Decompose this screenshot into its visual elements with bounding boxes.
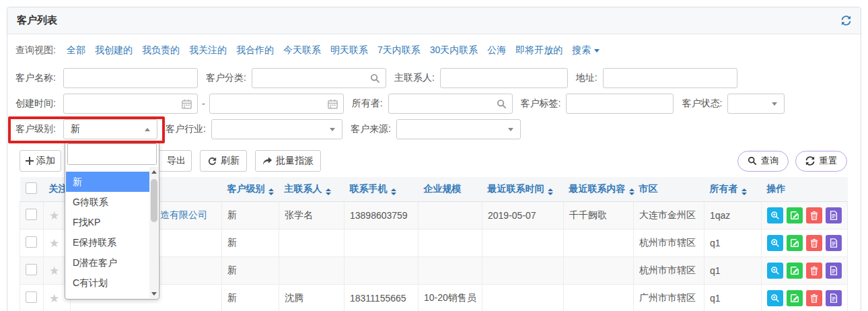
edit-button[interactable] — [787, 207, 803, 223]
row-checkbox[interactable] — [26, 264, 37, 275]
cell-last-content: 千千阙歌 — [564, 202, 634, 230]
delete-button[interactable] — [806, 263, 822, 279]
main-contact-input[interactable] — [440, 68, 568, 88]
view-link-contact-30days[interactable]: 30天内联系 — [430, 44, 478, 57]
view-button[interactable] — [767, 235, 783, 251]
customer-industry-label: 客户行业: — [166, 123, 206, 135]
view-link-public-sea[interactable]: 公海 — [487, 44, 506, 57]
scroll-up-icon[interactable] — [149, 167, 158, 176]
created-start-input[interactable] — [63, 94, 198, 114]
customer-tag-label: 客户标签: — [521, 98, 561, 110]
delete-button[interactable] — [806, 235, 822, 251]
filter-form: 客户名称: 客户分类: 主联系人: 地址: 创建时间: - 所有者: — [7, 63, 861, 141]
document-button[interactable] — [826, 290, 842, 306]
document-button[interactable] — [826, 207, 842, 223]
reset-button[interactable]: 重置 — [795, 151, 847, 172]
filter-row-3: 客户级别: 新 客户行业: 客户来源: — [15, 118, 853, 141]
customer-name-input[interactable] — [63, 68, 198, 88]
view-link-owned-by-me[interactable]: 我负责的 — [142, 44, 180, 57]
dropdown-option[interactable]: D潜在客户 — [66, 252, 149, 273]
dropdown-option[interactable]: C有计划 — [66, 273, 149, 293]
view-link-all[interactable]: 全部 — [67, 44, 85, 57]
customer-tag-input[interactable] — [566, 94, 674, 114]
address-input[interactable] — [603, 68, 737, 88]
view-link-followed-by-me[interactable]: 我关注的 — [189, 44, 227, 57]
row-checkbox[interactable] — [26, 209, 37, 220]
customer-status-label: 客户状态: — [682, 98, 722, 110]
header-owner[interactable]: 所有者 — [704, 177, 762, 202]
scroll-down-icon[interactable] — [149, 289, 158, 298]
dropdown-search-input[interactable] — [67, 143, 157, 165]
created-time-label: 创建时间: — [15, 98, 58, 110]
star-icon[interactable]: ★ — [49, 265, 59, 277]
customer-category-input[interactable] — [252, 68, 386, 88]
view-link-contact-tomorrow[interactable]: 明天联系 — [330, 44, 368, 57]
calendar-icon[interactable] — [182, 99, 192, 109]
view-button[interactable] — [767, 290, 783, 306]
customer-status-select[interactable] — [727, 94, 785, 114]
dropdown-option[interactable]: G待联系 — [66, 192, 149, 212]
star-icon[interactable]: ★ — [49, 292, 59, 305]
star-icon[interactable]: ★ — [49, 237, 59, 250]
main-contact-field[interactable] — [446, 69, 562, 88]
dropdown-option[interactable]: E保持联系 — [66, 232, 149, 252]
header-contact[interactable]: 主联系人 — [279, 177, 345, 202]
dropdown-option[interactable]: 新 — [66, 172, 149, 192]
delete-button[interactable] — [806, 207, 822, 223]
delete-button[interactable] — [806, 290, 822, 306]
header-last-content[interactable]: 最近联系内容 — [564, 177, 634, 202]
edit-button[interactable] — [787, 263, 803, 279]
owner-field[interactable] — [394, 94, 497, 113]
query-button[interactable]: 查询 — [737, 151, 789, 172]
cell-level: 新 — [222, 257, 279, 285]
customer-name-field[interactable] — [69, 69, 192, 88]
star-icon[interactable]: ★ — [49, 209, 59, 222]
header-level[interactable]: 客户级别 — [222, 177, 279, 202]
dropdown-option[interactable]: F找KP — [66, 212, 149, 232]
created-start-field[interactable] — [69, 94, 182, 113]
customer-level-select[interactable]: 新 — [63, 119, 157, 139]
refresh-button[interactable]: 刷新 — [200, 150, 247, 172]
customer-category-field[interactable] — [258, 69, 370, 88]
document-button[interactable] — [826, 263, 842, 279]
edit-icon — [790, 293, 799, 303]
search-icon[interactable] — [370, 73, 380, 83]
cell-phone: 18311155665 — [345, 285, 419, 311]
edit-button[interactable] — [787, 290, 803, 306]
add-button[interactable]: 添加 — [20, 150, 61, 172]
customer-level-label: 客户级别: — [15, 123, 58, 135]
view-link-opening-soon[interactable]: 即将开放的 — [515, 44, 563, 57]
cell-last-content — [564, 257, 634, 285]
cell-district: 杭州市市辖区 — [634, 230, 704, 257]
view-button[interactable] — [767, 207, 783, 223]
view-link-contact-today[interactable]: 今天联系 — [283, 44, 321, 57]
customer-source-select[interactable] — [396, 119, 521, 139]
view-link-contact-7days[interactable]: 7天内联系 — [377, 44, 421, 57]
batch-assign-button[interactable]: 批量指派 — [255, 150, 321, 172]
view-link-created-by-me[interactable]: 我创建的 — [95, 44, 133, 57]
owner-input[interactable] — [388, 94, 513, 114]
row-checkbox[interactable] — [26, 236, 37, 248]
panel-refresh-icon[interactable] — [841, 15, 851, 26]
dropdown-search-field[interactable] — [68, 144, 156, 164]
created-end-field[interactable] — [215, 94, 328, 113]
select-all-checkbox[interactable] — [26, 182, 37, 194]
customer-tag-field[interactable] — [572, 94, 667, 113]
view-link-cooperated[interactable]: 我合作的 — [236, 44, 274, 57]
dropdown-scrollbar[interactable] — [149, 167, 158, 298]
edit-button[interactable] — [787, 235, 803, 251]
calendar-icon[interactable] — [328, 99, 338, 109]
created-end-input[interactable] — [209, 94, 344, 114]
customer-name-link[interactable]: 造有限公司 — [160, 209, 207, 221]
view-button[interactable] — [767, 263, 783, 279]
zoom-in-icon — [770, 211, 780, 220]
customer-industry-select[interactable] — [211, 119, 342, 139]
header-phone[interactable]: 联系手机 — [345, 177, 419, 202]
row-checkbox[interactable] — [26, 291, 37, 303]
search-toggle[interactable]: 搜索 — [572, 44, 600, 57]
search-icon[interactable] — [497, 99, 507, 109]
address-field[interactable] — [609, 69, 731, 88]
header-last-time[interactable]: 最近联系时间 — [482, 177, 564, 202]
document-button[interactable] — [826, 235, 842, 251]
scrollbar-thumb[interactable] — [151, 179, 157, 222]
